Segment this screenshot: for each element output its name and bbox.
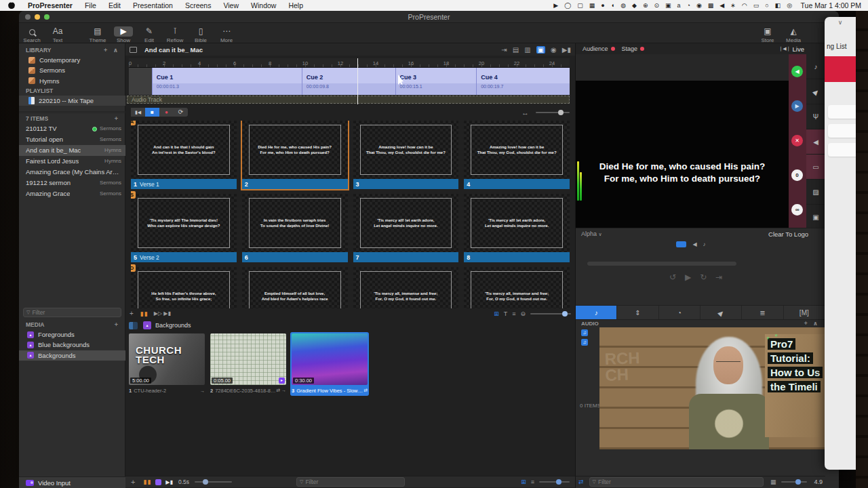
media-filter[interactable]: ▽ [296,477,405,487]
toolbar-button[interactable]: ⋯ More [214,24,239,43]
status-icon[interactable]: ◯ [564,2,571,9]
clear-layer-button[interactable]: ✕ [791,135,803,146]
slide-cell[interactable]: 'Tis mercy all, immense and free; For, O… [464,267,570,308]
media-thumbnail[interactable]: 0:30.00 3 Gradient Flow Vibes - Slow - H… [290,332,369,396]
status-icon[interactable]: ◔ [687,2,690,9]
transport-button[interactable]: ⟳ [174,108,188,117]
audio-filter[interactable]: ▽ [589,477,764,487]
layer-icon[interactable]: ▭ [806,155,825,180]
status-icon[interactable]: a [677,2,681,9]
timeline-cue-track[interactable]: Cue 1 00:00:01.3 Cue 2 00:00:09.8 Cue 3 … [129,68,570,95]
status-icon[interactable]: ◧ [775,2,781,9]
status-icon[interactable]: ◠ [742,2,747,9]
library-item[interactable]: Hymns [19,76,125,86]
status-icon[interactable]: ● [601,2,604,9]
transport-button[interactable]: ● [159,108,174,117]
audio-add-button[interactable]: + ∧ [804,320,820,327]
toolbar-button[interactable]: ▯ Bible [189,24,213,43]
status-icon[interactable]: ◍ [620,2,626,9]
menu-item[interactable]: Window [245,1,282,9]
presentation-item[interactable]: 210112 TV Sermons [19,123,125,134]
list-view-icon[interactable]: ≡ [512,310,515,317]
media-bin-item[interactable]: ▴ Blue backgrounds [19,340,125,350]
apple-menu-icon[interactable] [8,2,15,9]
utility-tab[interactable]: ◔ [659,306,701,319]
utility-tab[interactable]: ♪ [576,306,617,319]
pause-indicator-icon[interactable]: ▮▮ [140,310,149,317]
slide-cell[interactable]: Emptied Himself of all but love, And ble… [242,267,348,308]
timeline-cue[interactable]: Cue 4 00:00:19.7 [476,68,570,95]
playlist-item[interactable]: 220210 -- Mix Tape [19,96,125,106]
media-transport-button[interactable]: ↻ [700,272,707,282]
timeline-tool-icon[interactable]: ▤ [513,46,519,54]
menu-item[interactable]: Screens [179,1,218,9]
timeline-tool-icon[interactable]: ▥ [524,46,530,54]
audio-filter-input[interactable] [598,479,760,485]
chevron-down-icon[interactable]: ∨ [825,19,856,26]
status-icon[interactable]: ▶ [553,2,558,9]
presentation-item[interactable]: Amazing Grace (My Chains Are G... [19,167,125,178]
status-icon[interactable]: ▣ [665,2,671,9]
slide-cell[interactable]: 'Tis mercy all! let earth adore, Let ang… [353,194,459,262]
media-thumbnail[interactable]: CHURCH TECH 5:00.00 1 CTU-header-2 → [129,333,205,394]
media-bin-item[interactable]: ▴ Backgrounds [19,350,125,361]
media-transport-button[interactable]: ▶ [685,272,691,282]
slide-cell[interactable]: Amazing love! how can it be That Thou, m… [464,121,570,189]
clear-layer-button[interactable]: 0 [791,169,803,181]
status-icon[interactable]: ▭ [753,2,760,9]
slide-cell[interactable]: S 'Tis mystery all! The Immortal dies! W… [131,194,237,262]
slide-cell[interactable]: A And can it be that I should gain An in… [131,121,237,189]
presentation-item[interactable]: Fairest Lord Jesus Hymns [19,156,125,167]
library-add-button[interactable]: + ∧ [104,45,120,55]
toolbar-button[interactable]: ⊺ Reflow [163,24,187,43]
slide-cell[interactable]: Died He for me, who caused His pain? For… [242,121,348,189]
timeline-tool-icon[interactable]: ▣ [536,46,545,54]
add-media-button[interactable]: + [131,478,135,486]
status-icon[interactable]: ◆ [632,2,637,9]
media-progress-bar[interactable] [587,262,736,266]
slide-cell[interactable]: D He left His Father's throne above, So … [131,267,237,308]
status-icon[interactable]: ▢ [577,2,583,9]
utility-tab[interactable]: [M] [784,306,825,319]
audio-track[interactable]: Audio Track [127,96,570,104]
pause-icon[interactable]: ▮▮ [143,479,151,485]
timeline-tool-icon[interactable]: ▶▮ [562,46,571,54]
menu-clock[interactable]: Tue Mar 1 4:00 PM [801,1,861,9]
menu-item[interactable]: ProPresenter [22,1,79,9]
clear-layer-button[interactable]: ◀ [791,66,803,77]
shuffle-icon[interactable]: ⇄ [578,479,584,485]
toolbar-button[interactable]: ◭ Media [781,24,806,43]
menu-item[interactable]: Help [282,1,309,9]
status-icon[interactable]: ⊙ [654,2,659,9]
status-icon[interactable]: ⊕ [643,2,648,9]
mode-icon[interactable]: ♪ [703,241,706,247]
grid-view-icon[interactable]: ⊞ [494,310,499,317]
status-icon[interactable]: ∗ [730,2,736,9]
slide-cell[interactable]: 'Tis mercy all! let earth adore, Let ang… [464,194,570,262]
background-window[interactable]: ∨ ng List [825,17,856,470]
purple-loop-icon[interactable] [155,479,161,485]
clear-layer-button[interactable]: ▶ [791,100,803,112]
layer-icon[interactable]: Ψ [806,104,825,129]
sidebar-filter-input[interactable] [32,309,118,316]
status-icon[interactable]: ◉ [696,2,702,9]
thumbnail-view-icon[interactable]: ▦ [770,479,776,485]
grid-view-icon[interactable]: ⊞ [521,479,526,485]
toolbar-button[interactable]: ✎ Edit [137,24,161,43]
utility-tab[interactable]: ⇕ [617,306,658,319]
media-add-button[interactable]: + [115,320,120,329]
clear-to-logo-button[interactable]: Clear To Logo [768,230,808,238]
menu-item[interactable]: File [79,1,102,9]
live-label[interactable]: Live [793,45,804,53]
media-thumbnail[interactable]: 0:05.00 ▸ 2 7284DE6C-2035-4818-8190-... … [210,333,286,394]
toolbar-button[interactable]: Search [20,24,44,43]
media-transport-button[interactable]: ⇥ [715,272,722,282]
text-view-icon[interactable]: T [504,310,508,317]
status-icon[interactable]: ○ [765,2,768,9]
library-item[interactable]: Sermons [19,65,125,75]
menu-item[interactable]: Edit [102,1,127,9]
alpha-dropdown[interactable]: Alpha ∨ [581,230,602,237]
video-input-item[interactable]: Video Input [19,476,125,488]
status-icon[interactable]: ▩ [708,2,714,9]
presentation-item[interactable]: And can it be_ Mac Hymns [19,145,125,156]
